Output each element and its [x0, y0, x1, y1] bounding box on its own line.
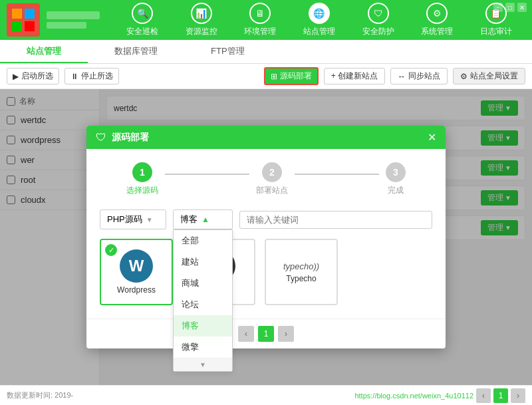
modal-body: 1 选择源码 2 部署站点 3 完成 — [86, 149, 446, 319]
step-circle-3: 3 — [386, 162, 406, 182]
create-site-button[interactable]: + 创建新站点 — [324, 68, 385, 84]
statusbar-right: https://blog.csdn.net/weixn_4u10112 ‹ 1 … — [354, 388, 525, 403]
search-input[interactable] — [239, 211, 432, 229]
sync-site-button[interactable]: ↔ 同步站点 — [390, 68, 448, 84]
sync-icon: ↔ — [398, 72, 406, 81]
steps-bar: 1 选择源码 2 部署站点 3 完成 — [100, 162, 432, 196]
pause-icon: ⏸ — [70, 72, 78, 81]
site-manage-icon: 🌐 — [309, 3, 330, 24]
source-row: PHP源码 ▼ 博客 ▲ 全部 建站 商城 论坛 — [100, 209, 432, 229]
update-time: 数据更新时间: 2019- — [7, 390, 73, 400]
status-next-button[interactable]: › — [511, 388, 525, 403]
status-link: https://blog.csdn.net/weixn_4u10112 — [354, 392, 473, 400]
global-settings-button[interactable]: ⚙ 站点全局设置 — [453, 68, 525, 84]
svg-rect-1 — [25, 9, 35, 19]
category-select-button[interactable]: 博客 ▲ — [173, 209, 233, 229]
shield-icon: 🛡 — [96, 132, 106, 144]
nav-env-manage[interactable]: 🖥 环境管理 — [239, 0, 281, 40]
status-prev-button[interactable]: ‹ — [476, 388, 491, 403]
nav-security-patrol[interactable]: 🔍 安全巡检 — [121, 0, 164, 40]
category-arrow-icon: ▲ — [201, 215, 209, 224]
step-1: 1 选择源码 — [126, 162, 158, 196]
current-page: 1 — [258, 326, 274, 342]
category-menu: 全部 建站 商城 论坛 博客 微擎 ▼ — [173, 229, 233, 372]
cms-card-wordpress[interactable]: ✓ W Wordpress — [100, 239, 173, 305]
selected-check-icon: ✓ — [105, 244, 117, 256]
step-circle-2: 2 — [262, 162, 282, 182]
minimize-button[interactable]: － — [493, 3, 503, 12]
window-controls: － □ ✕ — [493, 3, 527, 12]
cat-scroll-down[interactable]: ▼ — [174, 358, 232, 371]
source-type-arrow: ▼ — [146, 216, 153, 223]
modal-title: 源码部署 — [112, 132, 422, 144]
tab-ftp-manage[interactable]: FTP管理 — [184, 40, 271, 63]
app-info — [47, 11, 100, 29]
nav-sys-manage[interactable]: ⚙ 系统管理 — [416, 0, 458, 40]
deploy-icon: ⊞ — [271, 72, 277, 81]
subtabs: 站点管理 数据库管理 FTP管理 — [0, 40, 532, 64]
wordpress-icon: W — [120, 249, 153, 283]
cat-item-all[interactable]: 全部 — [174, 230, 232, 251]
nav-icons: 🔍 安全巡检 📊 资源监控 🖥 环境管理 🌐 站点管理 🛡 安全防护 ⚙ 系统管… — [113, 0, 525, 40]
sys-manage-icon: ⚙ — [426, 3, 448, 24]
resource-monitor-icon: 📊 — [191, 3, 212, 24]
close-button[interactable]: ✕ — [517, 3, 527, 12]
gear-icon: ⚙ — [460, 72, 467, 81]
source-deploy-modal: 🛡 源码部署 ✕ 1 选择源码 2 部署站点 — [86, 126, 446, 348]
step-2: 2 部署站点 — [256, 162, 288, 196]
modal-header: 🛡 源码部署 ✕ — [86, 126, 446, 149]
stop-select-button[interactable]: ⏸ 停止所选 — [65, 68, 119, 84]
step-label-3: 完成 — [388, 185, 404, 196]
nav-resource-monitor[interactable]: 📊 资源监控 — [180, 0, 223, 40]
step-3: 3 完成 — [386, 162, 406, 196]
cat-item-weiqin[interactable]: 微擎 — [174, 337, 232, 358]
cat-item-blog[interactable]: 博客 — [174, 315, 232, 337]
tab-site-manage[interactable]: 站点管理 — [0, 40, 88, 63]
toolbar: ▶ 启动所选 ⏸ 停止所选 ⊞ 源码部署 + 创建新站点 ↔ 同步站点 ⚙ 站点… — [0, 64, 532, 89]
app-logo — [7, 3, 40, 37]
next-page-button[interactable]: › — [278, 326, 294, 342]
step-label-1: 选择源码 — [126, 185, 158, 196]
cms-grid: ✓ W Wordpress Z Z-Blog typecho)) Typecho — [100, 239, 432, 305]
main-area: 名称 wertdc wordpress wer root cloudx wert… — [0, 89, 532, 385]
security-protect-icon: 🛡 — [368, 3, 389, 24]
cms-card-typecho[interactable]: typecho)) Typecho — [265, 239, 338, 305]
modal-overlay: 🛡 源码部署 ✕ 1 选择源码 2 部署站点 — [0, 89, 532, 385]
svg-rect-3 — [25, 21, 35, 31]
modal-footer: ‹ 1 › — [86, 319, 446, 348]
statusbar: 数据更新时间: 2019- https://blog.csdn.net/weix… — [0, 385, 532, 405]
start-select-button[interactable]: ▶ 启动所选 — [7, 68, 59, 84]
step-circle-1: 1 — [132, 162, 152, 182]
step-line-2-3 — [295, 174, 379, 175]
modal-close-button[interactable]: ✕ — [428, 131, 436, 144]
typecho-icon: typecho)) — [283, 261, 319, 271]
svg-rect-2 — [12, 21, 22, 31]
env-manage-icon: 🖥 — [249, 3, 271, 24]
status-page: 1 — [493, 388, 508, 403]
play-icon: ▶ — [13, 72, 19, 81]
titlebar: 🔍 安全巡检 📊 资源监控 🖥 环境管理 🌐 站点管理 🛡 安全防护 ⚙ 系统管… — [0, 0, 532, 40]
security-patrol-icon: 🔍 — [132, 3, 153, 24]
category-dropdown: 博客 ▲ 全部 建站 商城 论坛 博客 微擎 ▼ — [173, 209, 233, 229]
cat-item-shop[interactable]: 商城 — [174, 273, 232, 294]
tab-db-manage[interactable]: 数据库管理 — [88, 40, 184, 63]
source-type-select[interactable]: PHP源码 ▼ — [100, 209, 166, 229]
cat-item-build[interactable]: 建站 — [174, 251, 232, 273]
step-label-2: 部署站点 — [256, 185, 288, 196]
svg-rect-0 — [12, 9, 22, 19]
nav-security-protect[interactable]: 🛡 安全防护 — [357, 0, 400, 40]
source-deploy-button[interactable]: ⊞ 源码部署 — [264, 67, 319, 85]
nav-site-manage[interactable]: 🌐 站点管理 — [298, 0, 340, 40]
cat-item-forum[interactable]: 论坛 — [174, 294, 232, 315]
prev-page-button[interactable]: ‹ — [238, 326, 254, 342]
maximize-button[interactable]: □ — [505, 3, 515, 12]
step-line-1-2 — [165, 174, 249, 175]
